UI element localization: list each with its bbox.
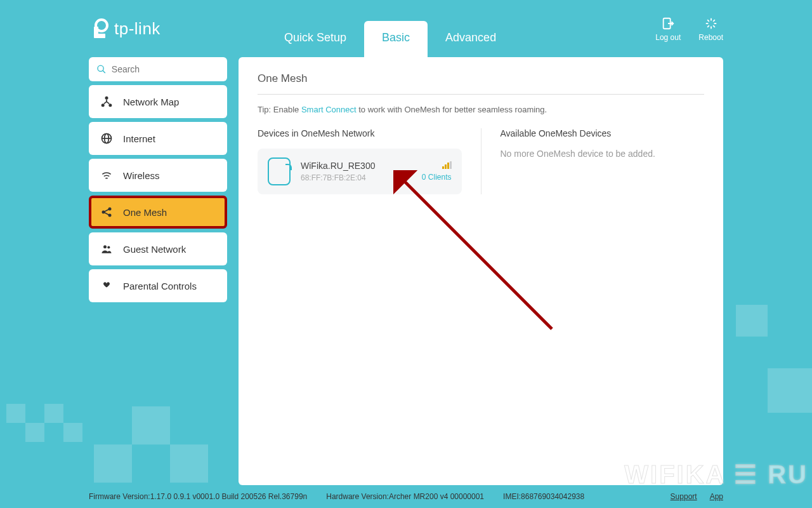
tplink-logo-icon <box>89 18 110 39</box>
device-mac: 68:FF:7B:FB:2E:04 <box>301 173 412 182</box>
wifi-icon <box>100 169 113 182</box>
sidebar-item-network-map[interactable]: Network Map <box>89 85 227 118</box>
svg-line-8 <box>707 20 709 22</box>
tip-post: to work with OneMesh for better seamless… <box>357 105 547 114</box>
sidebar-item-label: Wireless <box>123 170 160 181</box>
sidebar-item-wireless[interactable]: Wireless <box>89 159 227 192</box>
app-link[interactable]: App <box>710 492 723 501</box>
sidebar-item-label: One Mesh <box>123 207 167 218</box>
svg-rect-2 <box>94 34 105 38</box>
sidebar-item-label: Network Map <box>123 97 179 107</box>
tip-text: Tip: Enable Smart Connect to work with O… <box>258 105 704 114</box>
available-devices-title: Available OneMesh Devices <box>501 128 705 138</box>
svg-point-16 <box>108 104 112 107</box>
svg-line-11 <box>713 20 715 22</box>
guest-icon <box>100 243 113 255</box>
sidebar-item-label: Internet <box>123 133 155 144</box>
devices-in-network-title: Devices in OneMesh Network <box>258 128 462 138</box>
svg-point-14 <box>105 97 108 100</box>
logout-icon <box>661 17 675 30</box>
sidebar-item-label: Parental Controls <box>123 281 197 291</box>
device-name: WiFika.RU_RE300 <box>301 161 412 171</box>
hardware-version: Hardware Version:Archer MR200 v4 0000000… <box>326 492 484 501</box>
svg-line-13 <box>103 70 105 73</box>
logout-button[interactable]: Log out <box>655 17 681 42</box>
search-input[interactable] <box>112 64 219 74</box>
sidebar-item-guest-network[interactable]: Guest Network <box>89 232 227 265</box>
svg-point-12 <box>98 65 103 71</box>
svg-point-23 <box>103 245 107 248</box>
sidebar-item-one-mesh[interactable]: One Mesh <box>89 196 227 229</box>
logout-label: Log out <box>655 33 681 42</box>
brand-logo: tp-link <box>89 18 160 39</box>
tab-advanced[interactable]: Advanced <box>428 21 514 57</box>
sidebar-item-label: Guest Network <box>123 244 186 255</box>
imei: IMEI:868769034042938 <box>503 492 584 501</box>
svg-line-10 <box>707 25 709 27</box>
extender-icon <box>268 157 291 185</box>
reboot-icon <box>704 17 718 30</box>
svg-point-24 <box>107 246 110 248</box>
clients-link[interactable]: 0 Clients <box>422 173 452 182</box>
smart-connect-link[interactable]: Smart Connect <box>301 105 357 114</box>
empty-message: No more OneMesh device to be added. <box>501 149 705 159</box>
globe-icon <box>100 132 113 145</box>
tab-basic[interactable]: Basic <box>364 21 428 57</box>
content-panel: One Mesh Tip: Enable Smart Connect to wo… <box>239 57 723 485</box>
brand-text: tp-link <box>114 19 160 39</box>
tab-quick-setup[interactable]: Quick Setup <box>266 21 364 57</box>
reboot-button[interactable]: Reboot <box>698 17 723 42</box>
page-title: One Mesh <box>258 72 704 95</box>
device-card[interactable]: WiFika.RU_RE300 68:FF:7B:FB:2E:04 0 Clie… <box>258 149 462 194</box>
tip-pre: Tip: Enable <box>258 105 301 114</box>
support-link[interactable]: Support <box>671 492 697 501</box>
firmware-version: Firmware Version:1.17.0 0.9.1 v0001.0 Bu… <box>89 492 307 501</box>
search-box[interactable] <box>89 57 227 81</box>
mesh-icon <box>100 206 113 218</box>
reboot-label: Reboot <box>698 33 723 42</box>
search-icon <box>96 64 107 75</box>
signal-icon <box>442 161 452 169</box>
watermark: WIFIKA ☰ RU <box>624 460 808 489</box>
svg-point-15 <box>102 104 105 107</box>
network-map-icon <box>100 95 113 108</box>
sidebar-item-parental-controls[interactable]: Parental Controls <box>89 269 227 302</box>
svg-line-9 <box>713 25 715 27</box>
sidebar-item-internet[interactable]: Internet <box>89 122 227 155</box>
heart-hand-icon <box>100 279 113 292</box>
